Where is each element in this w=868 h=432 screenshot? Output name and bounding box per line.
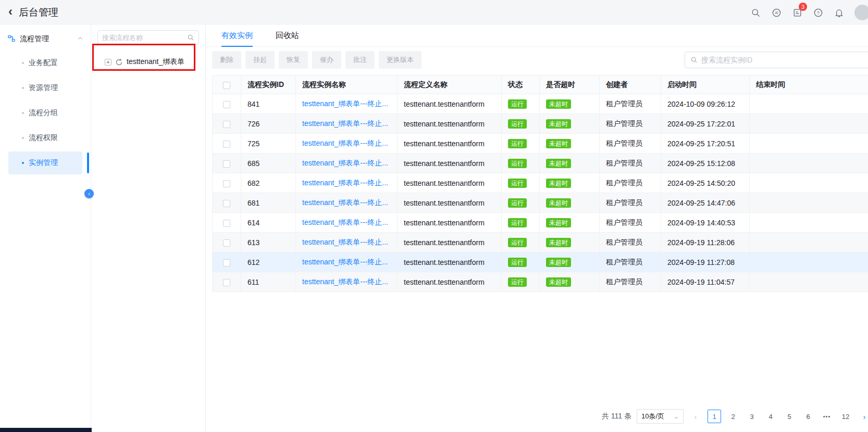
cell-definition-name: testtenant.testtenantform (398, 94, 502, 114)
urge-button[interactable]: 催办 (312, 51, 341, 69)
cell-creator: 租户管理员 (600, 213, 661, 233)
page-button-5[interactable]: 5 (783, 410, 796, 423)
resume-button[interactable]: 恢复 (279, 51, 308, 69)
col-definition-name: 流程定义名称 (398, 75, 502, 94)
table-row[interactable]: 613 testtenant_绑表单---终止... testtenant.te… (213, 233, 868, 252)
sidebar: 流程管理 业务配置 资源管理 流程分组 流程权限 实例管理 (0, 25, 91, 432)
page-button-3[interactable]: 3 (745, 410, 759, 423)
expand-icon[interactable]: + (105, 59, 111, 66)
row-checkbox[interactable] (223, 279, 230, 286)
cell-definition-name: testtenant.testtenantform (398, 233, 502, 252)
sidebar-item-label: 流程分组 (29, 108, 58, 118)
prev-page-button[interactable]: ‹ (689, 410, 702, 423)
row-checkbox[interactable] (223, 259, 230, 266)
cell-definition-name: testtenant.testtenantform (398, 154, 502, 173)
row-checkbox[interactable] (223, 220, 230, 227)
table-row[interactable]: 725 testtenant_绑表单---终止... testtenant.te… (213, 134, 868, 154)
table-header-row: 流程实例ID 流程实例名称 流程定义名称 状态 是否超时 创建者 启动时间 结束… (213, 75, 868, 94)
instance-name-link[interactable]: testtenant_绑表单---终止... (302, 99, 388, 108)
sidebar-item-instance-management[interactable]: 实例管理 (8, 151, 82, 174)
avatar[interactable] (854, 5, 868, 20)
svg-text:?: ? (817, 10, 820, 15)
help-icon[interactable]: ? (813, 7, 823, 18)
pagination-bar: 共 111 条 10条/页 ⌄ ‹ 1 2 3 4 5 6 ••• 12 › (206, 404, 868, 432)
instance-search-box[interactable] (685, 52, 868, 68)
col-timeout: 是否超时 (540, 75, 600, 94)
status-badge: 运行 (508, 139, 527, 148)
cell-start-time: 2024-09-25 14:47:06 (661, 193, 750, 213)
more-pages-icon[interactable]: ••• (820, 410, 834, 423)
table-row[interactable]: 612 testtenant_绑表单---终止... testtenant.te… (213, 252, 868, 272)
cell-start-time: 2024-09-19 11:27:08 (661, 252, 750, 272)
page-size-select[interactable]: 10条/页 ⌄ (637, 409, 684, 424)
instance-name-link[interactable]: testtenant_绑表单---终止... (302, 179, 388, 187)
table-row[interactable]: 685 testtenant_绑表单---终止... testtenant.te… (213, 154, 868, 173)
instance-search-input[interactable] (701, 56, 868, 64)
timeout-badge: 未超时 (546, 198, 571, 208)
cell-definition-name: testtenant.testtenantform (398, 252, 502, 272)
instance-name-link[interactable]: testtenant_绑表单---终止... (302, 198, 388, 207)
cell-definition-name: testtenant.testtenantform (398, 213, 502, 233)
tree-search-box[interactable] (97, 30, 199, 45)
page-button-4[interactable]: 4 (764, 410, 777, 423)
cell-start-time: 2024-09-19 11:04:57 (661, 272, 750, 292)
table-row[interactable]: 726 testtenant_绑表单---终止... testtenant.te… (213, 114, 868, 134)
back-icon[interactable]: ‹ (8, 5, 13, 18)
status-badge: 运行 (508, 99, 527, 109)
sidebar-group-process-management[interactable]: 流程管理 (0, 29, 91, 49)
instance-name-link[interactable]: testtenant_绑表单---终止... (302, 277, 388, 286)
page-button-6[interactable]: 6 (801, 410, 815, 423)
collapse-panel-button[interactable]: ‹ (84, 189, 94, 198)
row-checkbox[interactable] (223, 101, 230, 108)
page-button-12[interactable]: 12 (839, 410, 852, 423)
cell-creator: 租户管理员 (600, 272, 661, 292)
sidebar-item-process-permission[interactable]: 流程权限 (8, 126, 82, 149)
ai-assistant-icon[interactable]: AI (771, 7, 782, 18)
cell-end-time (750, 213, 868, 233)
change-version-button[interactable]: 更换版本 (379, 51, 421, 69)
sidebar-item-resource-management[interactable]: 资源管理 (8, 77, 82, 99)
suspend-button[interactable]: 挂起 (245, 51, 275, 69)
tab-active-instances[interactable]: 有效实例 (221, 25, 253, 46)
row-checkbox[interactable] (223, 180, 230, 187)
table-row[interactable]: 614 testtenant_绑表单---终止... testtenant.te… (213, 213, 868, 233)
row-checkbox[interactable] (223, 121, 230, 128)
timeout-badge: 未超时 (546, 179, 571, 188)
table-row[interactable]: 611 testtenant_绑表单---终止... testtenant.te… (213, 272, 868, 292)
row-checkbox[interactable] (223, 239, 230, 247)
instance-name-link[interactable]: testtenant_绑表单---终止... (302, 159, 388, 167)
instance-name-link[interactable]: testtenant_绑表单---终止... (302, 119, 388, 128)
cell-end-time (750, 173, 868, 193)
bullet-icon (22, 162, 24, 164)
status-badge: 运行 (508, 277, 527, 287)
tree-search-input[interactable] (102, 34, 184, 42)
tree-node-testtenant[interactable]: + testtenant_绑表单 (97, 57, 199, 67)
page-button-1[interactable]: 1 (708, 410, 721, 423)
bell-icon[interactable] (834, 7, 844, 18)
search-icon[interactable] (750, 7, 761, 18)
sidebar-item-business-config[interactable]: 业务配置 (8, 52, 82, 74)
tasks-icon[interactable]: 3 (792, 7, 802, 18)
next-page-button[interactable]: › (858, 410, 868, 423)
process-cycle-icon (115, 58, 123, 66)
sidebar-item-process-group[interactable]: 流程分组 (8, 101, 82, 124)
row-checkbox[interactable] (223, 160, 230, 168)
row-checkbox[interactable] (223, 141, 230, 148)
tab-recycle-bin[interactable]: 回收站 (276, 25, 299, 46)
instance-name-link[interactable]: testtenant_绑表单---终止... (302, 258, 388, 266)
table-row[interactable]: 682 testtenant_绑表单---终止... testtenant.te… (213, 173, 868, 193)
annotate-button[interactable]: 批注 (345, 51, 375, 69)
page-button-2[interactable]: 2 (726, 410, 740, 423)
cell-instance-id: 841 (241, 94, 296, 114)
row-checkbox[interactable] (223, 200, 230, 207)
instance-name-link[interactable]: testtenant_绑表单---终止... (302, 218, 388, 226)
table-row[interactable]: 681 testtenant_绑表单---终止... testtenant.te… (213, 193, 868, 213)
select-all-checkbox[interactable] (223, 82, 230, 89)
instance-name-link[interactable]: testtenant_绑表单---终止... (302, 139, 388, 147)
instance-table: 流程实例ID 流程实例名称 流程定义名称 状态 是否超时 创建者 启动时间 结束… (212, 75, 868, 292)
delete-button[interactable]: 删除 (212, 51, 241, 69)
instance-name-link[interactable]: testtenant_绑表单---终止... (302, 238, 388, 246)
bullet-icon (22, 112, 24, 114)
table-row[interactable]: 841 testtenant_绑表单---终止... testtenant.te… (213, 94, 868, 114)
search-icon (690, 56, 698, 63)
